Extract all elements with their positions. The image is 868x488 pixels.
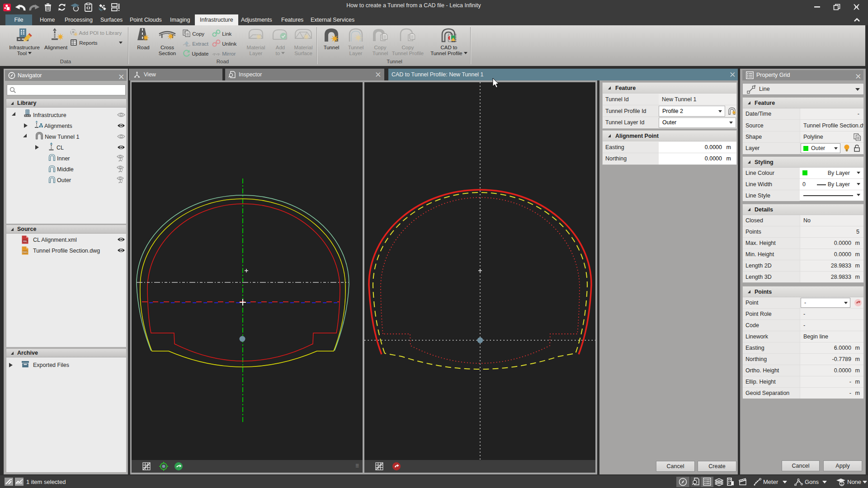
svg-text:XML: XML (23, 240, 28, 243)
svg-text:DWG: DWG (23, 251, 28, 253)
